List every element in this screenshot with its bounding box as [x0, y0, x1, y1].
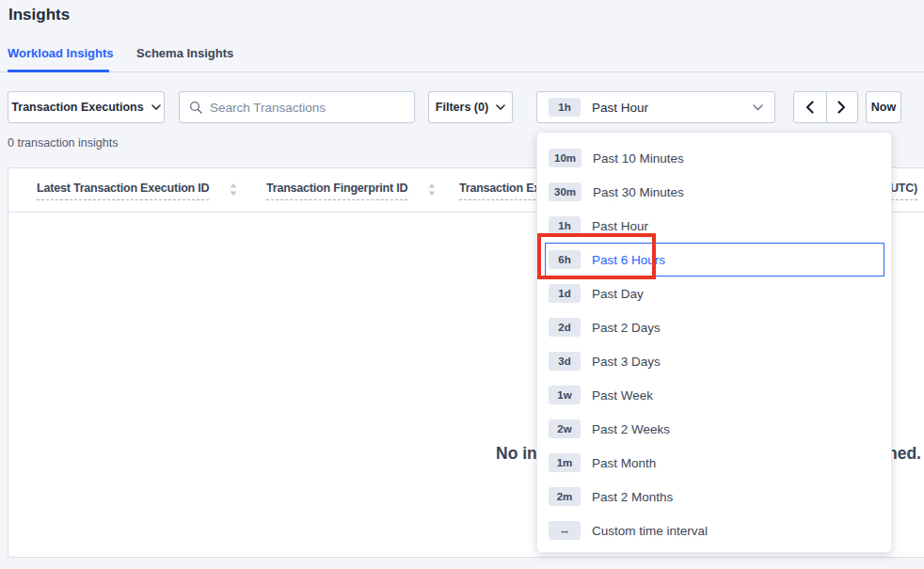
empty-state-text-fragment: No in [496, 444, 537, 464]
time-range-menu-item[interactable]: 1w Past Week [537, 378, 891, 412]
transaction-type-label: Transaction Executions [11, 101, 143, 114]
column-label: Latest Transaction Execution ID [37, 182, 209, 200]
time-range-menu-item[interactable]: 2m Past 2 Months [537, 480, 891, 514]
menu-item-badge: 10m [549, 149, 581, 167]
menu-item-badge: 1w [549, 386, 581, 404]
now-label: Now [871, 101, 896, 114]
time-range-menu-item[interactable]: 1m Past Month [537, 446, 891, 480]
time-range-menu-item[interactable]: 2w Past 2 Weeks [537, 412, 891, 446]
menu-item-badge: 1m [549, 453, 581, 472]
chevron-down-icon [496, 104, 505, 110]
menu-item-label: Past Month [592, 456, 656, 470]
menu-item-badge: 30m [549, 182, 581, 201]
menu-item-label: Past 6 Hours [592, 253, 665, 267]
time-range-menu-item[interactable]: 30m Past 30 Minutes [537, 175, 891, 209]
search-box [179, 91, 415, 123]
menu-item-label: Past Day [592, 287, 644, 301]
tab-workload-insights[interactable]: Workload Insights [8, 46, 113, 60]
menu-item-label: Past 30 Minutes [593, 185, 684, 199]
tabs-bar [0, 0, 924, 72]
prev-time-button[interactable] [794, 92, 826, 122]
time-range-dropdown-button[interactable]: 1h Past Hour [536, 91, 775, 123]
insights-count: 0 transaction insights [8, 136, 118, 150]
sort-icon[interactable] [230, 183, 237, 196]
tab-schema-insights[interactable]: Schema Insights [136, 46, 233, 60]
column-label: Transaction Fingerprint ID [266, 182, 407, 200]
menu-item-badge: 3d [549, 352, 581, 371]
time-range-menu-item[interactable]: 1d Past Day [537, 277, 891, 310]
column-header[interactable]: Transaction Ex [459, 182, 540, 200]
menu-item-label: Custom time interval [592, 524, 708, 538]
menu-item-label: Past 2 Months [592, 490, 673, 504]
menu-item-badge: 2w [549, 419, 581, 438]
filters-label: Filters (0) [436, 101, 488, 114]
menu-item-label: Past Week [592, 388, 653, 403]
time-range-label: Past Hour [592, 101, 648, 115]
time-range-menu: 10m Past 10 Minutes 30m Past 30 Minutes … [536, 132, 892, 553]
column-header[interactable]: Latest Transaction Execution ID [37, 182, 237, 200]
time-range-menu-item[interactable]: 1h Past Hour [537, 209, 891, 243]
chevron-down-icon [753, 104, 763, 111]
transaction-type-dropdown-button[interactable]: Transaction Executions [8, 91, 165, 123]
search-icon [189, 101, 202, 114]
time-range-menu-item[interactable]: 2d Past 2 Days [537, 310, 891, 344]
menu-item-label: Past 2 Weeks [592, 422, 670, 436]
filters-button[interactable]: Filters (0) [428, 91, 513, 123]
time-range-badge: 1h [549, 98, 581, 117]
empty-state-text-fragment: ned. [887, 444, 921, 464]
menu-item-label: Past 10 Minutes [593, 151, 684, 166]
search-input[interactable] [210, 101, 405, 115]
menu-item-badge: 1h [549, 216, 581, 235]
time-range-menu-item[interactable]: 6h Past 6 Hours [545, 243, 884, 277]
time-range-menu-item[interactable]: -- Custom time interval [537, 514, 891, 547]
menu-item-label: Past 2 Days [592, 321, 661, 335]
time-step-button-group [793, 91, 858, 123]
page-title: Insights [8, 6, 70, 24]
chevron-down-icon [151, 104, 161, 110]
active-tab-underline [8, 70, 109, 72]
menu-item-badge: 2d [549, 318, 581, 337]
column-header[interactable]: Transaction Fingerprint ID [266, 182, 436, 200]
sort-icon[interactable] [428, 183, 436, 196]
menu-item-label: Past 3 Days [592, 355, 661, 369]
menu-item-label: Past Hour [592, 219, 648, 233]
time-range-menu-item[interactable]: 3d Past 3 Days [537, 344, 891, 378]
next-time-button[interactable] [826, 92, 858, 122]
chevron-right-icon [837, 101, 846, 114]
menu-item-badge: 2m [549, 487, 581, 506]
menu-item-badge: 6h [549, 250, 581, 269]
column-label: Transaction Ex [459, 182, 540, 200]
now-button[interactable]: Now [866, 91, 901, 123]
menu-item-badge: -- [549, 521, 581, 540]
time-range-menu-item[interactable]: 10m Past 10 Minutes [537, 141, 891, 175]
chevron-left-icon [805, 101, 814, 114]
menu-item-badge: 1d [549, 284, 581, 303]
